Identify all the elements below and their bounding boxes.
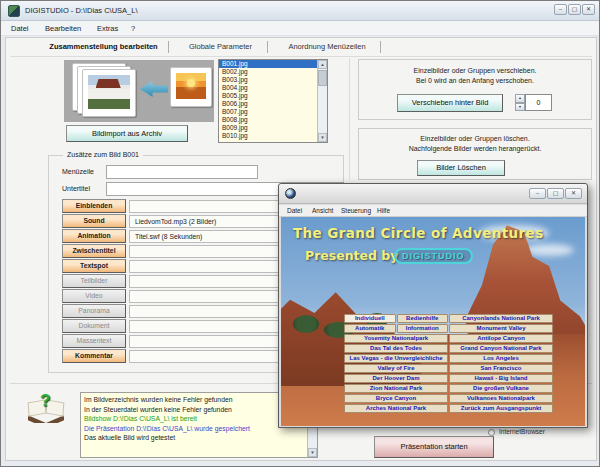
button-animation[interactable]: Animation — [62, 229, 126, 243]
spinner-down-icon[interactable]: ▼ — [515, 103, 525, 112]
menu-cell[interactable]: Vulkanoes Nationalpark — [449, 394, 553, 403]
menu-cell[interactable]: Der Hoover Dam — [344, 374, 448, 383]
list-item[interactable]: B002.jpg — [219, 68, 317, 76]
pres-menu-steuerung[interactable]: Steuerung — [341, 207, 371, 214]
menu-cell[interactable]: Monument Valley — [449, 324, 553, 333]
menu-bearbeiten[interactable]: Bearbeiten — [45, 24, 81, 33]
tab-zusammenstellung[interactable]: Zusammenstellung bearbeiten — [46, 42, 161, 51]
menu-cell[interactable]: Las Vegas - die Unvergleichliche — [344, 354, 448, 363]
move-text-2: Bei 0 wird an den Anfang verschoben. — [359, 77, 591, 84]
button-einblenden[interactable]: Einblenden — [62, 199, 126, 213]
list-item[interactable]: B010.jpg — [219, 132, 317, 140]
tab-anordnung-menuezeilen[interactable]: Anordnung Menüzeilen — [278, 42, 376, 51]
button-kommentar[interactable]: Kommentar — [62, 349, 126, 363]
minimize-button[interactable]: – — [554, 4, 567, 15]
presentation-slide: The Grand Circle of Adventures Presented… — [281, 217, 585, 426]
pres-close-button[interactable]: ✕ — [565, 188, 582, 199]
list-item[interactable]: B009.jpg — [219, 124, 317, 132]
menu-cell[interactable]: San Francisco — [449, 364, 553, 373]
menu-bar: Datei Bearbeiten Extras ? — [1, 21, 600, 36]
sunset-photo — [176, 73, 206, 99]
close-button[interactable]: ✕ — [582, 4, 595, 15]
menu-cell[interactable]: Individuell — [344, 314, 396, 323]
menu-cell[interactable]: Arches National Park — [344, 404, 448, 413]
menu-cell[interactable]: Zurück zum Ausgangspunkt — [449, 404, 553, 413]
bilder-loeschen-button[interactable]: Bilder Löschen — [417, 160, 505, 176]
list-item[interactable]: B001.jpg — [219, 60, 317, 68]
menu-cell[interactable]: Automatik — [344, 324, 396, 333]
button-textspot[interactable]: Textspot — [62, 259, 126, 273]
button-teilbilder[interactable]: Teilbilder — [62, 274, 126, 288]
presentation-app-icon — [285, 188, 296, 199]
help-book-icon[interactable]: ? — [26, 393, 66, 429]
list-scrollbar[interactable]: ▲ ▼ — [317, 60, 327, 142]
bildimport-button[interactable]: Bildimport aus Archiv — [66, 125, 188, 142]
menu-cell[interactable]: Valley of Fire — [344, 364, 448, 373]
list-item[interactable]: B006.jpg — [219, 100, 317, 108]
button-massentext[interactable]: Massentext — [62, 334, 126, 348]
button-sound[interactable]: Sound — [62, 214, 126, 228]
menu-cell[interactable]: Das Tal des Todes — [344, 344, 448, 353]
menu-cell[interactable]: Zion National Park — [344, 384, 448, 393]
presentation-menu-bar: Datei Ansicht Steuerung Hilfe — [279, 205, 587, 217]
internet-browser-radio[interactable] — [488, 429, 495, 436]
tab-globale-parameter[interactable]: Globale Parameter — [178, 42, 263, 51]
image-list[interactable]: B001.jpg B002.jpg B003.jpg B004.jpg B005… — [218, 59, 328, 143]
maximize-button[interactable]: ▢ — [568, 4, 581, 15]
delete-text-1: Einzelbilder oder Gruppen löschen. — [359, 135, 591, 142]
status-line: In der Steuerdatei wurden keine Fehler g… — [84, 406, 232, 413]
presentation-menu-grid: Individuell Bedienhilfe Canyonlands Nati… — [344, 314, 553, 414]
scroll-thumb[interactable] — [318, 70, 327, 86]
menu-extras[interactable]: Extras — [97, 24, 118, 33]
archive-slide — [170, 67, 212, 107]
button-panorama[interactable]: Panorama — [62, 304, 126, 318]
move-target-value[interactable]: 0 — [525, 94, 552, 111]
menu-cell[interactable]: Canyonlands National Park — [449, 314, 553, 323]
zusaetze-title: Zusätze zum Bild B001 — [63, 151, 143, 158]
status-line: Im Bildverzeichnis wurden keine Fehler g… — [84, 396, 232, 403]
internet-browser-label: InternetBrowser — [499, 428, 545, 435]
scroll-up-icon[interactable]: ▲ — [318, 60, 327, 69]
untertitel-label: Untertitel — [62, 185, 90, 192]
pres-menu-ansicht[interactable]: Ansicht — [312, 207, 333, 214]
status-line: Das aktuelle Bild wird getestet — [84, 434, 175, 441]
scroll-down-icon[interactable]: ▼ — [308, 448, 317, 457]
menu-cell[interactable]: Grand Canyon National Park — [449, 344, 553, 353]
button-zwischentitel[interactable]: Zwischentitel — [62, 244, 126, 258]
pres-maximize-button[interactable]: ▢ — [547, 188, 564, 199]
presentation-title: The Grand Circle of Adventures — [293, 225, 544, 241]
button-video[interactable]: Video — [62, 289, 126, 303]
list-item[interactable]: B008.jpg — [219, 116, 317, 124]
menu-cell[interactable]: Bryce Canyon — [344, 394, 448, 403]
menu-cell[interactable]: Hawaii - Big Island — [449, 374, 553, 383]
button-dokument[interactable]: Dokument — [62, 319, 126, 333]
presentation-title-bar: – ▢ ✕ — [279, 184, 587, 204]
question-mark-icon: ? — [40, 391, 50, 411]
verschieben-button[interactable]: Verschieben hinter Bild — [397, 94, 503, 112]
title-bar: DIGISTUDIO - D:\!Dias C\USA_L\ – ▢ ✕ — [1, 1, 600, 21]
import-preview-panel — [64, 60, 214, 122]
status-line: Bildshow D:\!Dias C\USA_L\ ist bereit — [84, 415, 197, 422]
list-item[interactable]: B003.jpg — [219, 76, 317, 84]
menu-cell[interactable]: Information — [397, 324, 449, 333]
menu-cell[interactable]: Los Angeles — [449, 354, 553, 363]
window-title: DIGISTUDIO - D:\!Dias C\USA_L\ — [25, 6, 138, 15]
menu-cell[interactable]: Yosemity Nationalpark — [344, 334, 448, 343]
pres-menu-datei[interactable]: Datei — [287, 207, 302, 214]
spinner-up-icon[interactable]: ▲ — [515, 94, 525, 103]
status-line: Die Präsentation D:\!Dias C\USA_L\ wurde… — [84, 425, 250, 432]
pres-menu-hilfe[interactable]: Hilfe — [377, 207, 390, 214]
menuzeile-input[interactable] — [106, 165, 258, 179]
menu-cell[interactable]: Die großen Vulkane — [449, 384, 553, 393]
praesentation-starten-button[interactable]: Präsentation starten — [374, 436, 494, 458]
menu-datei[interactable]: Datei — [11, 24, 29, 33]
pres-minimize-button[interactable]: – — [529, 188, 546, 199]
list-item[interactable]: B004.jpg — [219, 84, 317, 92]
menu-cell[interactable]: Bedienhilfe — [397, 314, 449, 323]
scroll-down-icon[interactable]: ▼ — [318, 133, 327, 142]
list-item[interactable]: B005.jpg — [219, 92, 317, 100]
menuzeile-label: Menüzeile — [62, 168, 94, 175]
list-item[interactable]: B007.jpg — [219, 108, 317, 116]
menu-help[interactable]: ? — [131, 24, 135, 33]
menu-cell[interactable]: Antilope Canyon — [449, 334, 553, 343]
